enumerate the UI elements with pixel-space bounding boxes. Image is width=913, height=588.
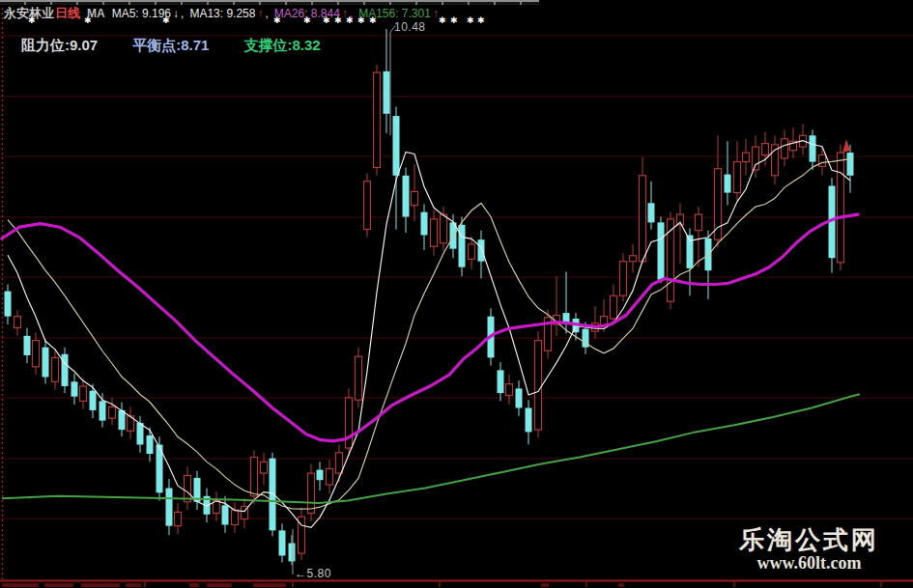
ma-readout-ma5: MA5: 9.196↓,	[112, 7, 185, 20]
candle-body	[658, 222, 665, 279]
candle-body	[403, 176, 410, 217]
signal-star-icon: ✱	[357, 15, 365, 25]
cutoff-text-fragment	[189, 583, 199, 587]
trend-arrow-icon: ↑	[433, 7, 439, 20]
candle-body	[119, 410, 126, 430]
candle-body	[308, 473, 315, 513]
candle-body	[782, 139, 788, 158]
ma-readout-ma13: MA13: 9.258↑,	[189, 7, 268, 20]
candle-body	[478, 239, 485, 262]
candle-body	[327, 468, 333, 485]
candle-body	[725, 175, 731, 193]
levels-row: 阻力位:9.07平衡点:8.71支撑位:8.32	[21, 37, 321, 55]
candle-body	[14, 317, 21, 328]
candle-body	[5, 292, 12, 317]
signal-star-icon: ✱	[323, 15, 330, 25]
cutoff-text-fragment	[253, 583, 286, 587]
low-price-label: ←5.80	[295, 567, 331, 580]
candle-body	[33, 341, 40, 367]
level-readout: 支撑位:8.32	[243, 37, 320, 55]
watermark-site-name: 乐淘公式网	[729, 525, 889, 554]
stock-chart-app: 永安林业日线 MA MA5: 9.196↓,MA13: 9.258↑,MA26:…	[0, 0, 913, 588]
cutoff-text-fragment	[207, 583, 232, 587]
candle-body	[810, 135, 816, 161]
candle-body	[753, 147, 759, 170]
candle-body	[611, 295, 617, 319]
signal-star-icon: ✱	[84, 15, 92, 25]
candlestick-chart[interactable]	[0, 0, 913, 588]
candle-body	[384, 71, 390, 114]
cutoff-text-fragment	[541, 583, 549, 587]
trend-arrow-icon: ↓	[173, 7, 179, 20]
candle-body	[356, 356, 362, 400]
candle-body	[412, 191, 418, 205]
candle-body	[762, 144, 769, 155]
candle-body	[90, 391, 97, 410]
signal-star-icon: ✱	[28, 15, 36, 25]
candle-body	[261, 462, 268, 473]
candle-body	[535, 341, 542, 431]
signal-star-icon: ✱	[303, 15, 311, 25]
candle-body	[421, 212, 428, 236]
high-price-label: 10.48	[394, 20, 426, 34]
candle-body	[147, 435, 154, 454]
candle-body	[232, 510, 239, 524]
candle-body	[24, 336, 31, 355]
candle-body	[469, 244, 475, 260]
candle-body	[175, 512, 182, 525]
candle-body	[668, 219, 674, 301]
period-label[interactable]: 日线	[55, 5, 80, 22]
signal-star-icon: ✱	[467, 15, 474, 25]
candle-body	[743, 153, 750, 162]
cutoff-text-fragment	[126, 583, 141, 587]
candle-body	[336, 453, 343, 473]
candle-body	[317, 470, 324, 481]
candle-body	[516, 388, 523, 407]
buy-signal-arrow-icon	[842, 139, 850, 153]
candle-body	[346, 398, 353, 448]
candle-body	[109, 406, 116, 418]
ma5-line	[8, 141, 850, 528]
candle-body	[847, 153, 854, 176]
signal-star-icon: ✱	[334, 15, 342, 25]
cutoff-text-fragment	[81, 583, 120, 587]
candle-body	[393, 116, 400, 176]
signal-star-icon: ✱	[162, 15, 170, 25]
candle-body	[640, 176, 646, 262]
level-readout: 阻力位:9.07	[21, 37, 98, 55]
candle-body	[279, 530, 286, 555]
signal-star-icon: ✱	[369, 15, 377, 25]
signal-star-icon: ✱	[450, 15, 458, 25]
candle-body	[431, 219, 438, 246]
candle-body	[222, 505, 229, 524]
candle-body	[251, 458, 258, 496]
candle-body	[43, 348, 49, 378]
candle-body	[630, 256, 637, 262]
candle-body	[270, 459, 276, 531]
signal-star-icon: ✱	[477, 15, 485, 25]
cutoff-text-fragment	[2, 583, 39, 587]
cutoff-text-fragment	[44, 583, 73, 587]
candle-body	[648, 203, 655, 222]
candle-body	[498, 370, 504, 393]
candle-body	[52, 357, 59, 381]
watermark-url: www.60lt.com	[729, 554, 889, 573]
candle-body	[620, 262, 627, 296]
candle-body	[734, 162, 741, 193]
candle-body	[71, 381, 78, 396]
signal-star-icon: ✱	[273, 15, 281, 25]
candle-body	[166, 489, 173, 526]
candle-body	[289, 544, 296, 562]
candle-body	[506, 384, 513, 396]
candle-body	[459, 225, 466, 267]
signal-star-icon: ✱	[439, 15, 446, 25]
signal-star-icon: ✱	[346, 15, 354, 25]
trend-arrow-icon: ↑	[257, 7, 263, 20]
candle-body	[819, 154, 826, 166]
candle-body	[441, 214, 447, 243]
ma13-line	[8, 159, 850, 510]
candle-body	[696, 214, 702, 231]
low-arrow-icon: ←	[295, 567, 307, 580]
level-readout: 平衡点:8.71	[132, 37, 209, 55]
cutoff-text-fragment	[618, 583, 624, 587]
